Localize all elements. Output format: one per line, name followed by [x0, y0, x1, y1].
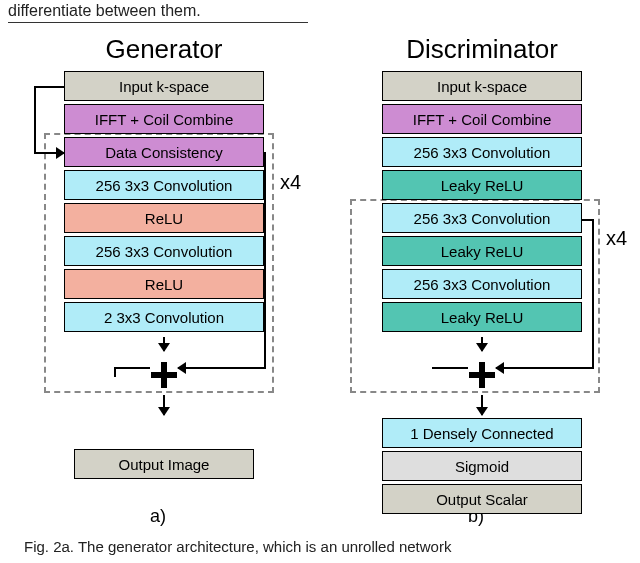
disc-layer-0: Input k-space [382, 71, 582, 101]
disc-layer-1: IFFT + Coil Combine [382, 104, 582, 134]
gen-skip-input-dc [34, 86, 36, 152]
gen-layer-4: ReLU [64, 203, 264, 233]
disc-layer-2: 256 3x3 Convolution [382, 137, 582, 167]
gen-output-block: Output Image [74, 449, 254, 479]
disc-skip-right [592, 219, 594, 367]
gen-layer-6: ReLU [64, 269, 264, 299]
disc-layer-4: 256 3x3 Convolution [382, 203, 582, 233]
sublabel-a: a) [150, 506, 166, 527]
disc-layer-6: 256 3x3 Convolution [382, 269, 582, 299]
gen-layer-2: Data Consistency [64, 137, 264, 167]
gen-layer-0: Input k-space [64, 71, 264, 101]
discriminator-panel: Discriminator Input k-space IFFT + Coil … [332, 34, 632, 514]
sum-node-icon [151, 362, 177, 388]
gen-layer-3: 256 3x3 Convolution [64, 170, 264, 200]
figure-2a: differentiate between them. Generator In… [0, 0, 640, 563]
sum-node-icon [469, 362, 495, 388]
arrow-down-icon [163, 337, 165, 351]
disc-layer-3: Leaky ReLU [382, 170, 582, 200]
gen-skip-input-dc [34, 86, 64, 88]
gen-skip-arrow-icon [34, 152, 64, 154]
gen-skip-dc-sum [264, 152, 266, 367]
discriminator-stack: Input k-space IFFT + Coil Combine 256 3x… [332, 71, 632, 514]
figure-caption: Fig. 2a. The generator architecture, whi… [24, 538, 616, 555]
disc-loop-back [432, 367, 468, 369]
disc-tail-2: Output Scalar [382, 484, 582, 514]
disc-tail-1: Sigmoid [382, 451, 582, 481]
prev-text-fragment: differentiate between them. [8, 2, 308, 23]
gen-layer-1: IFFT + Coil Combine [64, 104, 264, 134]
gen-repeat-label: x4 [280, 171, 301, 194]
gen-loop-back [114, 367, 116, 377]
arrow-down-icon [481, 337, 483, 351]
discriminator-title: Discriminator [332, 34, 632, 65]
gen-loop-back [114, 367, 150, 369]
disc-tail-0: 1 Densely Connected [382, 418, 582, 448]
generator-stack: Input k-space IFFT + Coil Combine Data C… [14, 71, 314, 479]
arrow-down-icon [481, 395, 483, 415]
disc-repeat-label: x4 [606, 227, 627, 250]
generator-title: Generator [14, 34, 314, 65]
gen-layer-7: 2 3x3 Convolution [64, 302, 264, 332]
generator-panel: Generator Input k-space IFFT + Coil Comb… [14, 34, 314, 479]
gen-skip-dc-sum-arrow-icon [178, 367, 266, 369]
arrow-down-icon [163, 395, 165, 415]
disc-layer-5: Leaky ReLU [382, 236, 582, 266]
disc-layer-7: Leaky ReLU [382, 302, 582, 332]
gen-layer-5: 256 3x3 Convolution [64, 236, 264, 266]
disc-skip-right-arrow-icon [496, 367, 594, 369]
